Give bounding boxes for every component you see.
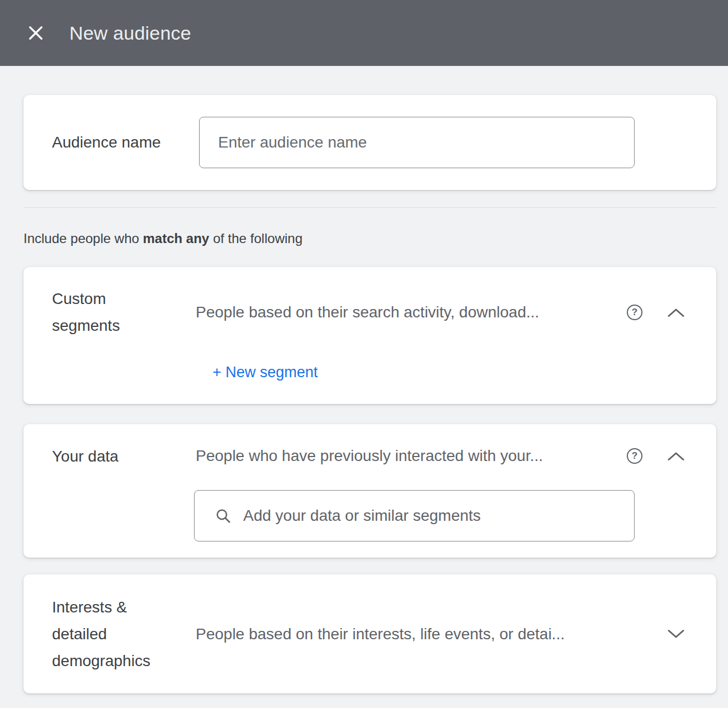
your-data-description: People who have previously interacted wi… [196, 447, 613, 465]
help-icon[interactable]: ? [627, 305, 642, 320]
your-data-header-row: Your data People who have previously int… [52, 446, 686, 465]
interests-description: People based on their interests, life ev… [196, 625, 629, 643]
include-text-suffix: of the following [209, 231, 302, 246]
collapse-section-button[interactable] [666, 446, 686, 465]
your-data-card: Your data People who have previously int… [23, 424, 716, 558]
custom-segments-header-row: Custom segments People based on their se… [52, 286, 686, 339]
chevron-down-icon [667, 629, 685, 639]
audience-name-input[interactable] [199, 117, 635, 168]
chevron-up-icon [667, 452, 685, 461]
search-icon [215, 507, 231, 524]
audience-name-card: Audience name [23, 95, 716, 190]
interests-header-row: Interests & detailed demographics People… [52, 594, 686, 674]
dialog-header: New audience [0, 0, 728, 66]
include-text-prefix: Include people who [23, 231, 143, 246]
close-icon [25, 22, 46, 44]
collapse-section-button[interactable] [666, 303, 686, 322]
section-divider [23, 207, 716, 208]
close-button[interactable] [25, 22, 47, 44]
interests-demographics-card: Interests & detailed demographics People… [23, 574, 716, 693]
new-segment-button[interactable]: + New segment [212, 364, 318, 381]
your-data-title: Your data [52, 447, 196, 465]
expand-section-button[interactable] [666, 625, 686, 644]
include-text-match-any: match any [143, 231, 210, 246]
your-data-search-box [194, 490, 635, 541]
chevron-up-icon [667, 308, 685, 317]
dialog-title: New audience [69, 22, 191, 44]
your-data-search-input[interactable] [243, 507, 623, 525]
custom-segments-card: Custom segments People based on their se… [23, 267, 716, 404]
help-icon[interactable]: ? [627, 448, 642, 464]
custom-segments-title: Custom segments [52, 286, 196, 339]
custom-segments-description: People based on their search activity, d… [196, 303, 613, 321]
dialog-body: Audience name Include people who match a… [23, 95, 716, 693]
include-condition-text: Include people who match any of the foll… [23, 229, 716, 248]
audience-name-label: Audience name [52, 134, 199, 151]
interests-title: Interests & detailed demographics [52, 594, 196, 674]
